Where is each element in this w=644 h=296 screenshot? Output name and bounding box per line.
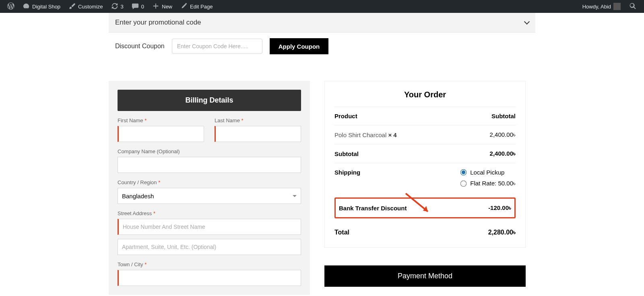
promo-accordion-header[interactable]: Enter your promotional code (109, 13, 535, 33)
discount-row-highlighted: Bank Transfer Discount -120.00৳ (334, 197, 516, 218)
brush-icon (68, 2, 76, 11)
discount-label: Bank Transfer Discount (339, 205, 407, 212)
coupon-input[interactable] (172, 39, 262, 54)
shipping-option-flat[interactable]: Flat Rate: 50.00৳ (461, 180, 516, 187)
plus-icon (152, 2, 159, 11)
updates-link[interactable]: 3 (107, 0, 128, 13)
discount-value: -120.00৳ (488, 204, 511, 212)
country-select[interactable]: Bangladesh (118, 188, 301, 204)
new-label: New (162, 4, 172, 10)
country-label: Country / Region * (118, 179, 301, 185)
customize-label: Customize (78, 4, 103, 10)
pencil-icon (180, 2, 188, 11)
refresh-icon (111, 2, 118, 11)
dashboard-icon (23, 2, 30, 11)
product-line: Polo Shirt Charcoal × 4 (334, 132, 397, 138)
product-column-header: Product (334, 113, 357, 119)
wp-logo-menu[interactable] (3, 0, 19, 13)
coupon-label: Discount Coupon (115, 43, 165, 50)
comments-count: 0 (141, 4, 144, 10)
site-name-link[interactable]: Digital Shop (19, 0, 64, 13)
apply-coupon-button[interactable]: Apply Coupon (270, 38, 328, 54)
customize-link[interactable]: Customize (64, 0, 107, 13)
new-content-link[interactable]: New (148, 0, 176, 13)
edit-page-link[interactable]: Edit Page (176, 0, 217, 13)
shipping-option-local[interactable]: Local Pickup (461, 169, 516, 176)
street-address-input[interactable] (118, 219, 301, 235)
subtotal-value: 2,400.00৳ (490, 150, 516, 157)
subtotal-label: Subtotal (334, 150, 359, 157)
avatar (613, 3, 621, 10)
wordpress-icon (7, 2, 14, 11)
edit-page-label: Edit Page (190, 4, 213, 10)
first-name-input[interactable] (118, 126, 204, 142)
chevron-down-icon (293, 195, 297, 197)
chevron-down-icon (524, 19, 530, 25)
product-line-total: 2,400.00৳ (490, 131, 516, 138)
country-selected-value: Bangladesh (122, 193, 154, 199)
apartment-input[interactable] (118, 239, 301, 255)
city-label: Town / City * (118, 261, 301, 267)
company-name-input[interactable] (118, 157, 301, 173)
shipping-flat-radio[interactable] (460, 180, 467, 187)
company-name-label: Company Name (Optional) (118, 148, 301, 154)
comment-icon (132, 2, 139, 11)
shipping-local-radio[interactable] (460, 169, 467, 176)
order-summary-card: Your Order Product Subtotal Polo Shirt C… (324, 81, 526, 248)
admin-search-button[interactable] (625, 0, 641, 13)
order-title: Your Order (334, 90, 516, 99)
search-icon (629, 2, 637, 11)
coupon-section: Enter your promotional code Discount Cou… (109, 13, 535, 60)
city-input[interactable] (118, 270, 301, 286)
my-account-link[interactable]: Howdy, Abid (578, 0, 625, 13)
subtotal-column-header: Subtotal (491, 113, 516, 119)
billing-header: Billing Details (118, 90, 301, 111)
first-name-label: First Name * (118, 117, 204, 123)
last-name-label: Last Name * (215, 117, 301, 123)
comments-link[interactable]: 0 (128, 0, 148, 13)
last-name-input[interactable] (215, 126, 301, 142)
greeting-label: Howdy, Abid (582, 4, 611, 10)
promo-header-label: Enter your promotional code (115, 18, 201, 27)
shipping-label: Shipping (334, 169, 360, 176)
total-value: 2,280.00৳ (488, 229, 516, 236)
total-label: Total (334, 229, 349, 236)
updates-count: 3 (121, 4, 124, 10)
street-address-label: Street Address * (118, 210, 301, 216)
billing-panel: Billing Details First Name * Last Name *… (109, 81, 310, 295)
site-name-label: Digital Shop (32, 4, 60, 10)
wp-admin-bar: Digital Shop Customize 3 0 New (0, 0, 644, 13)
payment-method-header: Payment Method (324, 265, 526, 287)
